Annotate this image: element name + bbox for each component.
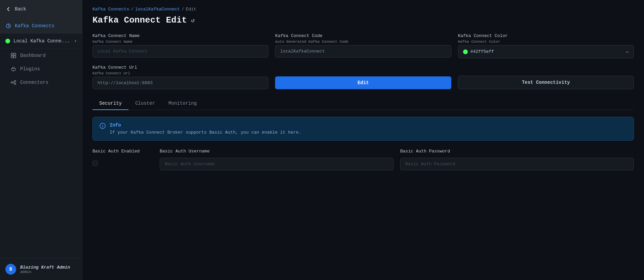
info-icon <box>100 123 106 131</box>
chevron-down-icon: ▾ <box>74 39 77 44</box>
color-dot <box>463 49 468 54</box>
connectors-nav-label: Connectors <box>20 80 48 85</box>
test-connectivity-button[interactable]: Test Connectivity <box>458 76 634 89</box>
tab-security[interactable]: Security <box>92 97 128 110</box>
color-sublabel: Kafka Connect Color <box>458 40 634 44</box>
name-label: Kafka Connect Name <box>92 33 268 38</box>
page-title: Kafka Connect Edit <box>92 15 187 25</box>
tabs-container: Security Cluster Monitoring <box>92 97 634 110</box>
sidebar-kafka-connects[interactable]: Kafka Connects <box>0 18 82 34</box>
name-input[interactable] <box>92 45 268 58</box>
back-label: Back <box>15 6 26 12</box>
connectors-icon <box>11 80 16 85</box>
svg-point-9 <box>102 125 103 125</box>
auth-enabled-checkbox-wrapper <box>92 158 153 166</box>
breadcrumb-sep1: / <box>131 7 134 12</box>
back-button[interactable]: Back <box>0 0 82 18</box>
auth-password-group: Basic Auth Password <box>400 149 634 170</box>
breadcrumb-sep2: / <box>182 7 184 12</box>
sidebar-item-dashboard[interactable]: Dashboard <box>0 49 82 62</box>
sidebar-item-connectors[interactable]: Connectors <box>0 76 82 89</box>
auth-username-label: Basic Auth Username <box>160 149 393 154</box>
cluster-name: Local Kafka Conne... <box>13 38 70 44</box>
edit-button[interactable]: Edit <box>275 76 451 89</box>
breadcrumb-kafka-connects[interactable]: Kafka Connects <box>92 7 129 12</box>
auth-username-input[interactable] <box>160 158 393 170</box>
svg-point-7 <box>14 83 16 84</box>
top-form-grid: Kafka Connect Name Kafka Connect Name Ka… <box>92 33 634 58</box>
main-content: Kafka Connects / localKafkaConnect / Edi… <box>82 0 644 280</box>
url-sublabel: Kafka Connect Url <box>92 71 268 75</box>
sidebar-nav: Dashboard Plugins Connectors <box>0 49 82 89</box>
plugins-nav-label: Plugins <box>20 66 40 72</box>
name-group: Kafka Connect Name Kafka Connect Name <box>92 33 268 58</box>
plug-icon <box>11 66 16 72</box>
auth-password-input[interactable] <box>400 158 634 170</box>
url-group: Kafka Connect Url Kafka Connect Url <box>92 65 268 89</box>
user-role: admin <box>20 270 70 274</box>
breadcrumb-local-kafka[interactable]: localKafkaConnect <box>135 7 180 12</box>
tab-cluster[interactable]: Cluster <box>128 97 162 110</box>
refresh-icon[interactable]: ↺ <box>191 16 195 24</box>
auth-enabled-checkbox[interactable] <box>92 161 98 166</box>
svg-rect-3 <box>11 56 13 58</box>
auth-password-label: Basic Auth Password <box>400 149 634 154</box>
color-label: Kafka Connect Color <box>458 33 634 38</box>
sidebar: Back Kafka Connects Local Kafka Conne...… <box>0 0 82 280</box>
code-group: Kafka Connect Code Auto Generated Kafka … <box>275 33 451 58</box>
back-arrow-icon <box>5 6 11 12</box>
page-title-container: Kafka Connect Edit ↺ <box>92 15 634 25</box>
info-body: If your Kafka Connect Broker supports Ba… <box>110 130 301 135</box>
auth-grid: Basic Auth Enabled Basic Auth Username B… <box>92 149 634 170</box>
color-group: Kafka Connect Color Kafka Connect Color … <box>458 33 634 58</box>
user-name: Blazing Kraft Admin <box>20 265 70 270</box>
dashboard-nav-label: Dashboard <box>20 53 46 58</box>
url-label: Kafka Connect Url <box>92 65 268 70</box>
code-label: Kafka Connect Code <box>275 33 451 38</box>
url-row: Kafka Connect Url Kafka Connect Url Edit… <box>92 65 634 89</box>
cluster-selector[interactable]: Local Kafka Conne... ▾ <box>0 34 82 49</box>
cluster-status-dot <box>5 39 10 43</box>
breadcrumb: Kafka Connects / localKafkaConnect / Edi… <box>92 7 634 12</box>
color-value: #42ff5eff <box>470 49 494 54</box>
svg-point-6 <box>14 80 16 82</box>
color-edit-icon[interactable]: ✏ <box>626 49 629 55</box>
info-title: Info <box>110 123 301 128</box>
auth-enabled-group: Basic Auth Enabled <box>92 149 153 166</box>
kafka-connects-label: Kafka Connects <box>15 23 54 29</box>
code-sublabel: Auto Generated Kafka Connect Code <box>275 40 451 44</box>
svg-rect-2 <box>14 53 16 55</box>
avatar: B <box>5 264 16 275</box>
color-field: #42ff5eff ✏ <box>458 45 634 58</box>
svg-rect-4 <box>14 56 16 58</box>
url-input[interactable] <box>92 77 268 89</box>
dashboard-icon <box>11 53 16 58</box>
user-footer: B Blazing Kraft Admin admin <box>0 258 82 280</box>
name-sublabel: Kafka Connect Name <box>92 40 268 44</box>
info-box: Info If your Kafka Connect Broker suppor… <box>92 117 634 141</box>
code-input[interactable] <box>275 45 451 58</box>
sidebar-item-plugins[interactable]: Plugins <box>0 62 82 76</box>
rocket-icon <box>5 23 11 29</box>
svg-rect-1 <box>11 53 13 55</box>
tab-monitoring[interactable]: Monitoring <box>162 97 203 110</box>
breadcrumb-current: Edit <box>186 7 196 12</box>
auth-username-group: Basic Auth Username <box>160 149 393 170</box>
auth-enabled-label: Basic Auth Enabled <box>92 149 153 154</box>
